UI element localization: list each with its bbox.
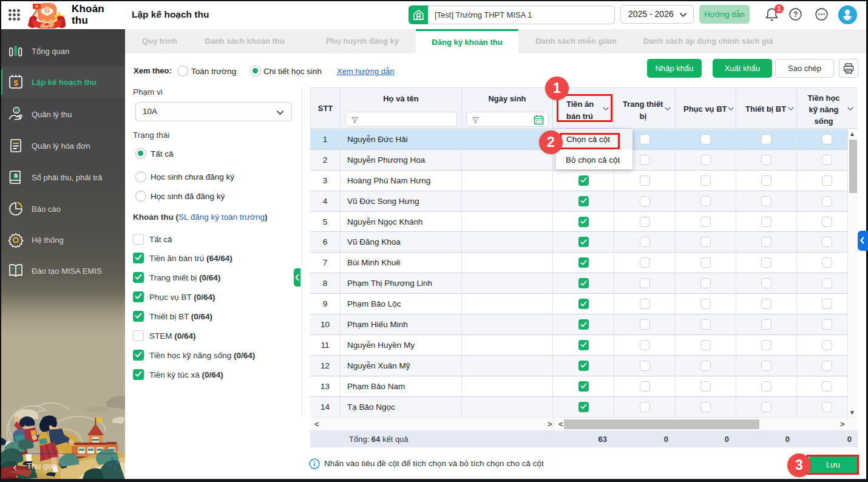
svg-text:$: $ — [15, 107, 18, 114]
svg-text:2.9: 2.9 — [40, 19, 53, 29]
svg-text:$: $ — [14, 79, 18, 87]
svg-text:?: ? — [793, 10, 798, 19]
svg-text:$: $ — [15, 172, 18, 178]
